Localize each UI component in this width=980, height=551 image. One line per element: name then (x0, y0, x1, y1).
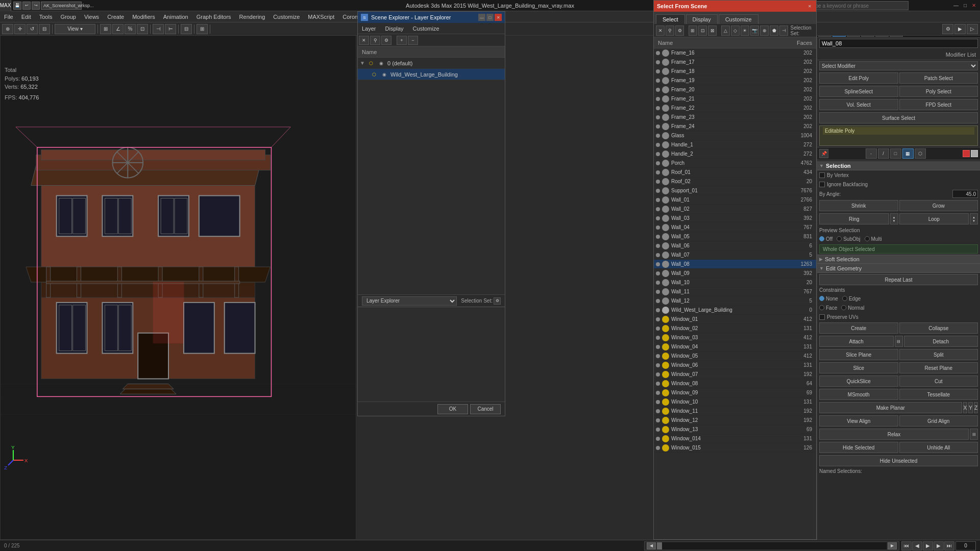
menu-create[interactable]: Create (103, 13, 128, 21)
create-btn[interactable]: Create (819, 322, 898, 334)
close-btn[interactable]: ✕ (970, 2, 978, 9)
sfs-filter-helpers[interactable]: ⊕ (760, 26, 769, 36)
layer-wild-west[interactable]: ⬡ ◉ Wild_West_Large_Building (358, 69, 505, 80)
ignore-backfacing-checkbox[interactable] (819, 182, 825, 187)
scene-explorer-close[interactable]: ✕ (495, 14, 502, 21)
redo-icon[interactable]: ↪ (32, 2, 40, 10)
sfs-object-window-07[interactable]: Window_07 192 (654, 370, 816, 379)
sfs-tab-select[interactable]: Select (656, 14, 685, 24)
subcity-radio-btn[interactable] (837, 236, 842, 241)
layer-default[interactable]: ▼ ⬡ ◉ 0 (default) (358, 58, 505, 69)
sfs-select-none[interactable]: ⊡ (698, 26, 707, 36)
sfs-object-frame-23[interactable]: Frame_23 202 (654, 113, 816, 122)
vol-select-btn[interactable]: Vol. Select (819, 99, 898, 110)
cut-btn[interactable]: Cut (899, 375, 978, 387)
constraint-face[interactable]: Face (819, 305, 837, 311)
reference-coord[interactable]: View ▾ (55, 24, 95, 34)
relax-options[interactable]: ⊟ (970, 429, 978, 440)
sfs-object-window-11[interactable]: Window_11 192 (654, 407, 816, 416)
sfs-tab-display[interactable]: Display (686, 14, 718, 24)
multi-radio-btn[interactable] (865, 236, 870, 241)
sfs-object-window-04[interactable]: Window_04 131 (654, 342, 816, 352)
selection-rollout[interactable]: ▼ Selection (817, 161, 980, 170)
attach-options[interactable]: ⊟ (895, 336, 903, 347)
normal-radio[interactable] (841, 305, 846, 310)
pin-icon[interactable]: 📌 (819, 149, 828, 158)
scene-menu-customize[interactable]: Customize (409, 24, 444, 33)
poly-mode-icon[interactable]: ▦ (902, 148, 914, 159)
timeline-track[interactable] (657, 542, 887, 549)
percent-snap[interactable]: % (125, 24, 136, 34)
sfs-object-window-10[interactable]: Window_10 131 (654, 397, 816, 407)
slice-plane-btn[interactable]: Slice Plane (819, 349, 898, 360)
sfs-object-wall-05[interactable]: Wall_05 831 (654, 232, 816, 241)
quick-slice-btn[interactable]: QuickSlice (819, 375, 898, 387)
by-angle-input[interactable] (952, 190, 978, 198)
sfs-object-wild-west-large-building[interactable]: Wild_West_Large_Building 0 (654, 306, 816, 315)
select-tool[interactable]: ⊕ (2, 24, 13, 34)
sfs-select-all[interactable]: ⊞ (689, 26, 697, 36)
angle-snap[interactable]: ∠ (112, 24, 124, 34)
ring-arrows[interactable]: ▲ ▼ (890, 213, 898, 224)
time-slider[interactable]: ◀ ▶ (644, 541, 899, 550)
sfs-filter-bones[interactable]: ⊣ (779, 26, 788, 36)
move-tool[interactable]: ✛ (14, 24, 26, 34)
sfs-object-window-09[interactable]: Window_09 69 (654, 388, 816, 397)
grow-btn[interactable]: Grow (899, 200, 978, 211)
hide-selected-btn[interactable]: Hide Selected (819, 442, 898, 453)
scene-explorer-minimize[interactable]: — (478, 14, 485, 21)
sfs-object-wall-11[interactable]: Wall_11 767 (654, 287, 816, 296)
scene-config-btn[interactable]: ⚙ (381, 36, 391, 45)
sfs-object-frame-21[interactable]: Frame_21 202 (654, 94, 816, 104)
make-planar-y[interactable]: Y (968, 402, 973, 413)
view-align-btn[interactable]: View Align (819, 415, 898, 427)
edge-mode-icon[interactable]: / (878, 148, 889, 159)
by-vertex-checkbox[interactable] (819, 172, 825, 178)
scene-add-layer[interactable]: + (397, 36, 407, 45)
make-planar-x[interactable]: X (963, 402, 968, 413)
minimize-btn[interactable]: — (951, 2, 961, 9)
sfs-object-frame-24[interactable]: Frame_24 202 (654, 122, 816, 131)
menu-customize[interactable]: Customize (269, 13, 304, 21)
sfs-object-wall-12[interactable]: Wall_12 5 (654, 296, 816, 306)
viewport-3d[interactable]: X Y Z [+] [Perspective] [Realistic + Edg… (0, 24, 356, 540)
quick-save-icon[interactable]: 💾 (13, 2, 21, 10)
sfs-filter-shapes[interactable]: ◇ (731, 26, 740, 36)
relax-btn[interactable]: Relax (819, 429, 969, 440)
none-radio[interactable] (819, 296, 824, 301)
element-mode-icon[interactable]: ⬡ (915, 148, 926, 159)
menu-tools[interactable]: Tools (35, 13, 57, 21)
color-swatch-red[interactable] (963, 150, 970, 157)
sfs-tab-customize[interactable]: Customize (719, 14, 758, 24)
menu-maxscript[interactable]: MAXScript (304, 13, 338, 21)
asset-cancel-btn[interactable]: Cancel (470, 404, 501, 414)
menu-edit[interactable]: Edit (17, 13, 35, 21)
menu-group[interactable]: Group (56, 13, 80, 21)
menu-views[interactable]: Views (80, 13, 103, 21)
sfs-object-handle-2[interactable]: Handle_2 272 (654, 149, 816, 159)
scene-explorer-titlebar[interactable]: S Scene Explorer - Layer Explorer — □ ✕ (358, 12, 505, 23)
sfs-object-window-014[interactable]: Window_014 131 (654, 434, 816, 443)
sfs-object-porch[interactable]: Porch 4762 (654, 159, 816, 168)
menu-modifiers[interactable]: Modifiers (128, 13, 159, 21)
sfs-clear-filter[interactable]: ✕ (656, 26, 665, 36)
sfs-object-support-01[interactable]: Support_01 7676 (654, 186, 816, 195)
render-setup[interactable]: ⚙ (942, 24, 953, 34)
border-mode-icon[interactable]: □ (890, 148, 901, 159)
scale-tool[interactable]: ⊟ (39, 24, 50, 34)
modifier-list-dropdown[interactable]: Select Modifier (819, 61, 978, 70)
keyword-search-input[interactable] (806, 1, 909, 10)
sfs-object-glass[interactable]: Glass 1004 (654, 131, 816, 140)
render-btn[interactable]: ▶ (954, 24, 966, 34)
layer-manager[interactable]: ⊟ (181, 24, 192, 34)
sfs-object-window-12[interactable]: Window_12 192 (654, 416, 816, 425)
make-planar-btn[interactable]: Make Planar (819, 402, 962, 413)
unhide-all-btn[interactable]: Unhide All (899, 442, 978, 453)
sfs-object-frame-16[interactable]: Frame_16 202 (654, 48, 816, 58)
tessellate-btn[interactable]: Tessellate (899, 389, 978, 400)
detach-btn[interactable]: Detach (904, 336, 978, 347)
sfs-object-window-08[interactable]: Window_08 64 (654, 379, 816, 388)
object-name-input[interactable] (819, 39, 978, 48)
go-end-btn[interactable]: ⏭ (944, 541, 954, 550)
sfs-filter-geo[interactable]: △ (721, 26, 730, 36)
